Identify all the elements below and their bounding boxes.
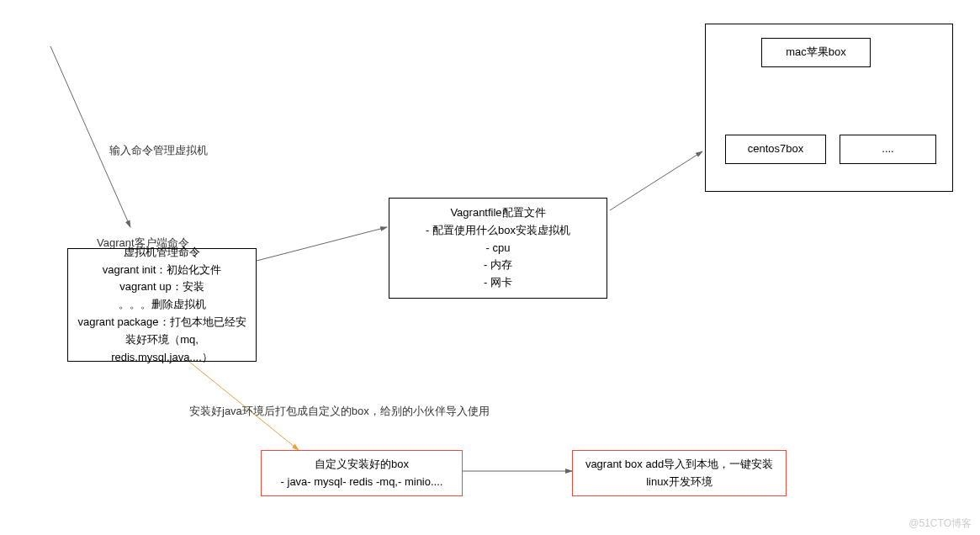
node-custom-box: 自定义安装好的box - java- mysql- redis -mq,- mi… [261, 450, 463, 496]
label-middle-note: 安装好java环境后打包成自定义的box，给别的小伙伴导入使用 [189, 404, 490, 419]
node-commands: 虚拟机管理命令 vagrant init：初始化文件 vagrant up：安装… [67, 248, 257, 362]
text: - 网卡 [484, 274, 512, 292]
text: 。。。删除虚拟机 [119, 296, 206, 314]
node-vagrantfile: Vagrantfile配置文件 - 配置使用什么box安装虚拟机 - cpu -… [389, 198, 607, 299]
node-centos-box: centos7box [725, 135, 826, 164]
text: vagrant box add导入到本地，一键安装 [585, 456, 773, 474]
svg-line-0 [50, 46, 130, 227]
text: - java- mysql- redis -mq,- minio.... [281, 474, 443, 491]
svg-line-1 [257, 227, 387, 261]
text: vagrant package：打包本地已经安 [77, 314, 246, 331]
node-ellipsis-box: .... [840, 135, 936, 164]
text: vagrant init：初始化文件 [103, 262, 222, 279]
text: mac苹果box [786, 44, 846, 61]
text: centos7box [748, 140, 804, 158]
text: .... [882, 140, 893, 158]
text: 自定义安装好的box [315, 456, 409, 474]
label-input-cmd: 输入命令管理虚拟机 [109, 143, 208, 158]
text: - 配置使用什么box安装虚拟机 [426, 222, 570, 240]
watermark: @51CTO博客 [908, 516, 972, 531]
text: - 内存 [484, 257, 512, 274]
text: 装好环境（mq, redis,mysql,java....） [75, 331, 249, 367]
text: - cpu [486, 240, 511, 257]
node-import-box: vagrant box add导入到本地，一键安装 linux开发环境 [572, 450, 787, 496]
text: Vagrantfile配置文件 [450, 204, 545, 222]
svg-line-2 [610, 151, 702, 210]
text: linux开发环境 [646, 474, 712, 491]
text: vagrant up：安装 [119, 278, 204, 296]
node-mac-box: mac苹果box [761, 38, 871, 67]
text: 虚拟机管理命令 [124, 244, 200, 262]
